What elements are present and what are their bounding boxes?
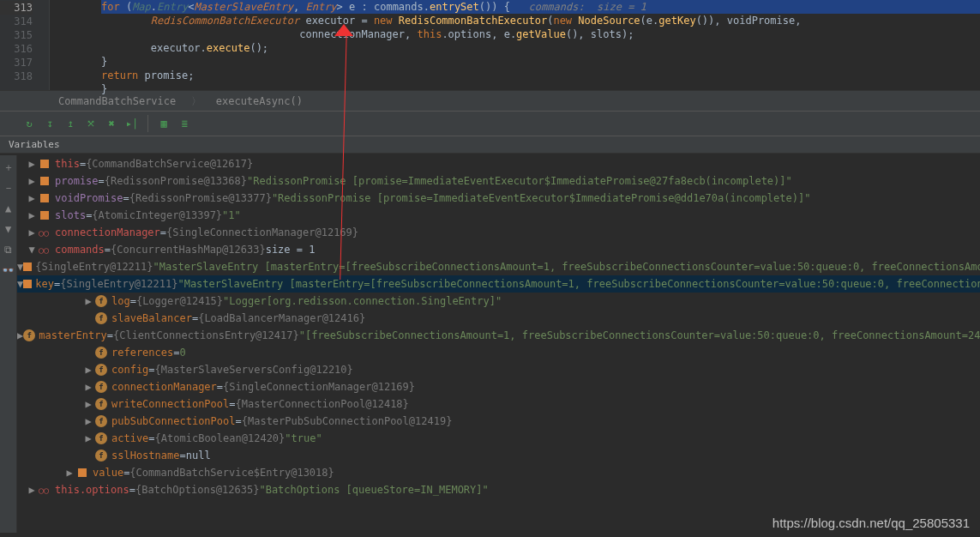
expand-arrow-icon[interactable]: ▼ — [26, 244, 38, 256]
expand-arrow-icon[interactable]: ▶ — [82, 415, 94, 427]
trace-icon[interactable]: ≣ — [174, 113, 195, 134]
expand-arrow-icon[interactable]: ▶ — [82, 364, 94, 376]
expand-arrow-icon[interactable]: ▶ — [26, 209, 38, 221]
run-to-cursor-icon[interactable]: ▸| — [122, 113, 142, 134]
code-line[interactable]: } — [101, 55, 980, 69]
variable-row[interactable]: ▶voidPromise = {RedissonPromise@13377} "… — [17, 190, 980, 207]
up-icon[interactable]: ▲ — [1, 200, 16, 217]
var-value: null — [186, 450, 211, 462]
expand-arrow-icon[interactable]: ▼ — [17, 278, 23, 290]
var-name: connectionManager — [55, 226, 160, 238]
object-icon: ○○ — [38, 245, 51, 255]
var-string: "Logger[org.redisson.connection.SingleEn… — [223, 295, 502, 307]
expand-arrow-icon[interactable]: ▶ — [17, 329, 23, 341]
variable-row[interactable]: ▶value = {CommandBatchService$Entry@1301… — [17, 464, 980, 481]
step-over-icon[interactable]: ⤧ — [81, 113, 101, 134]
code-content[interactable]: for (Map.Entry<MasterSlaveEntry, Entry> … — [50, 0, 980, 90]
var-name: value — [93, 467, 123, 479]
variable-row[interactable]: fsslHostname = null — [17, 447, 980, 464]
var-value: {MasterPubSubConnectionPool@12419} — [242, 415, 453, 427]
variable-row[interactable]: ▶○○this.options = {BatchOptions@12635} "… — [17, 481, 980, 498]
variable-row[interactable]: ▶slots = {AtomicInteger@13397} "1" — [17, 207, 980, 224]
variable-row[interactable]: ▶fconfig = {MasterSlaveServersConfig@122… — [17, 361, 980, 378]
code-line[interactable]: } — [101, 82, 980, 96]
expand-arrow-icon[interactable]: ▶ — [82, 381, 94, 393]
code-line[interactable]: RedisCommonBatchExecutor executor = new … — [101, 14, 980, 27]
var-value: {MasterConnectionPool@12418} — [236, 398, 409, 410]
variable-row[interactable]: ▶flog = {Logger@12415} "Logger[org.redis… — [17, 293, 980, 310]
var-name: voidPromise — [55, 192, 123, 204]
force-step-icon[interactable]: ✖ — [101, 113, 122, 134]
var-value: {LoadBalancerManager@12416} — [198, 312, 365, 324]
expand-arrow-icon[interactable]: ▶ — [26, 226, 38, 238]
var-value: {SingleConnectionManager@12169} — [223, 381, 415, 393]
copy-icon[interactable]: ⧉ — [1, 241, 16, 258]
var-name: key — [35, 278, 54, 290]
var-string: "[freeSubscribeConnectionsAmount=1, free… — [299, 329, 980, 341]
evaluate-icon[interactable]: ▦ — [153, 113, 174, 134]
field-icon: f — [94, 432, 108, 444]
expand-arrow-icon[interactable]: ▶ — [82, 295, 94, 307]
expand-arrow-icon[interactable]: ▶ — [63, 467, 75, 479]
expand-arrow-icon[interactable]: ▶ — [26, 175, 38, 187]
var-value: {CommandBatchService@12617} — [86, 158, 253, 170]
variable-row[interactable]: ▶factive = {AtomicBoolean@12420} "true" — [17, 430, 980, 447]
value-icon — [38, 177, 51, 185]
glasses-icon[interactable]: 👓 — [1, 262, 16, 279]
variable-row[interactable]: ▶fwriteConnectionPool = {MasterConnectio… — [17, 395, 980, 413]
var-value: {RedissonPromise@13368} — [105, 175, 247, 187]
variables-tree[interactable]: ▶this = {CommandBatchService@12617}▶prom… — [17, 155, 980, 537]
expand-arrow-icon[interactable]: ▶ — [82, 398, 94, 410]
var-name: connectionManager — [111, 381, 217, 393]
field-icon: f — [23, 329, 35, 341]
field-icon: f — [94, 312, 108, 324]
expand-arrow-icon[interactable]: ▶ — [82, 432, 94, 444]
var-name: commands — [55, 244, 105, 256]
var-string: "BatchOptions [queueStore=IN_MEMORY]" — [259, 484, 488, 496]
step-out-icon[interactable]: ↥ — [60, 113, 81, 134]
variable-row[interactable]: ▶fmasterEntry = {ClientConnectionsEntry@… — [17, 327, 980, 344]
variable-row[interactable]: ▼○○commands = {ConcurrentHashMap@12633} … — [17, 241, 980, 258]
field-icon: f — [94, 415, 108, 427]
debugger-toolbar: ↻ ↧ ↥ ⤧ ✖ ▸| ▦ ≣ — [0, 111, 980, 136]
code-line[interactable]: return promise; — [101, 69, 980, 82]
variable-row[interactable]: ▼key = {SingleEntry@12211} "MasterSlaveE… — [17, 275, 980, 293]
remove-watch-icon[interactable]: － — [1, 179, 16, 196]
code-line[interactable]: connectionManager, this.options, e.getVa… — [101, 27, 980, 41]
var-string: "MasterSlaveEntry [masterEntry=[freeSubs… — [153, 261, 980, 273]
var-value: {AtomicInteger@13397} — [92, 209, 222, 221]
code-line[interactable]: executor.execute(); — [101, 41, 980, 55]
variable-row[interactable]: ▶promise = {RedissonPromise@13368} "Redi… — [17, 172, 980, 190]
var-name: log — [111, 295, 130, 307]
variable-row[interactable]: freferences = 0 — [17, 344, 980, 361]
object-icon: ○○ — [38, 228, 51, 238]
variable-row[interactable]: ▶○○connectionManager = {SingleConnection… — [17, 224, 980, 241]
var-value: {ClientConnectionsEntry@12417} — [113, 329, 299, 341]
value-icon — [38, 194, 51, 202]
var-value: {SingleEntry@12211} — [35, 261, 153, 273]
expand-arrow-icon[interactable]: ▶ — [26, 484, 38, 496]
expand-arrow-icon[interactable]: ▶ — [26, 158, 38, 170]
add-watch-icon[interactable]: ＋ — [1, 159, 16, 176]
variable-row[interactable]: ▶fpubSubConnectionPool = {MasterPubSubCo… — [17, 413, 980, 430]
crumb-method[interactable]: executeAsync() — [216, 95, 303, 107]
expand-arrow-icon[interactable]: ▼ — [17, 261, 23, 273]
field-icon: f — [94, 381, 108, 393]
variables-panel-header: Variables — [0, 136, 980, 154]
variable-row[interactable]: ▶this = {CommandBatchService@12617} — [17, 155, 980, 172]
breakpoint-column[interactable] — [39, 0, 50, 90]
expand-arrow-icon[interactable]: ▶ — [26, 192, 38, 204]
down-icon[interactable]: ▼ — [1, 220, 16, 238]
value-icon — [75, 468, 89, 477]
value-icon — [23, 280, 32, 288]
restart-frame-icon[interactable]: ↻ — [19, 113, 39, 134]
variable-row[interactable]: ▼{SingleEntry@12211} "MasterSlaveEntry [… — [17, 258, 980, 275]
var-value: {ConcurrentHashMap@12633} — [111, 244, 266, 256]
code-line[interactable]: for (Map.Entry<MasterSlaveEntry, Entry> … — [101, 0, 980, 14]
var-string: "true" — [285, 432, 322, 444]
variable-row[interactable]: fslaveBalancer = {LoadBalancerManager@12… — [17, 310, 980, 327]
crumb-class[interactable]: CommandBatchService — [58, 95, 176, 107]
variable-row[interactable]: ▶fconnectionManager = {SingleConnectionM… — [17, 378, 980, 395]
field-icon: f — [94, 450, 108, 462]
step-into-icon[interactable]: ↧ — [39, 113, 60, 134]
